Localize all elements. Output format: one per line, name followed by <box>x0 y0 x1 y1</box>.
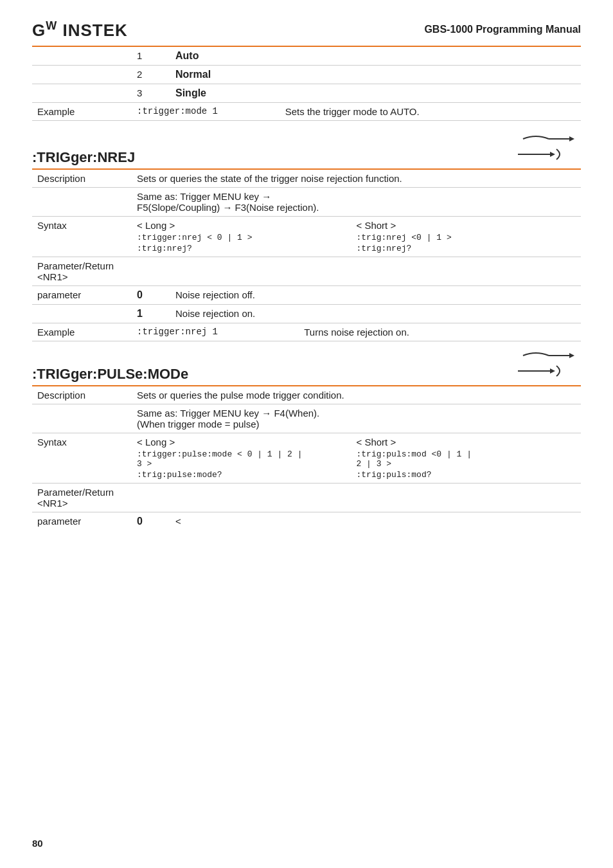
pulse-syntax-content: < Long > :trigger:pulse:mode < 0 | 1 | 2… <box>132 433 581 483</box>
pulse-syntax-label: Syntax <box>32 433 132 483</box>
row-num-2: 2 <box>132 65 170 84</box>
pulse-syntax-long-col: < Long > :trigger:pulse:mode < 0 | 1 | 2… <box>137 437 357 480</box>
syntax-content: < Long > :trigger:nrej < 0 | 1 > :trig:n… <box>132 216 581 257</box>
long-cmd2: :trig:nrej? <box>137 244 357 253</box>
syntax-short-col: < Short > :trig:nrej <0 | 1 > :trig:nrej… <box>357 220 576 253</box>
row-value-1: Auto <box>170 47 280 66</box>
pulse-param-label2-row: parameter 0 < <box>32 512 581 530</box>
pulse-syntax-row: Syntax < Long > :trigger:pulse:mode < 0 … <box>32 433 581 483</box>
svg-marker-1 <box>569 136 574 141</box>
pulse-desc1: Sets or queries the pulse mode trigger c… <box>132 386 581 404</box>
nrej-desc1: Sets or queries the state of the trigger… <box>132 170 581 188</box>
nrej-table: Description Sets or queries the state of… <box>32 170 581 341</box>
empty-right <box>280 65 581 84</box>
arrow-diagram-1 <box>517 131 581 165</box>
pulse-desc-row2: Same as: Trigger MENU key → F4(When).(Wh… <box>32 404 581 433</box>
param-nr1: <NR1> <box>37 271 68 282</box>
header-title: GBS-1000 Programming Manual <box>424 24 581 35</box>
table-row: 2 Normal <box>32 65 581 84</box>
syntax-label: Syntax <box>32 216 132 257</box>
pulse-table: Description Sets or queries the pulse mo… <box>32 386 581 530</box>
pulse-long-label: < Long > <box>137 437 357 448</box>
pulse-param-label2: parameter <box>32 512 132 530</box>
row-num-1: 1 <box>132 47 170 66</box>
pulse-param-nr1: <NR1> <box>37 498 68 509</box>
empty-label <box>32 84 132 102</box>
pulse-heading: :TRIGger:PULSe:MODe <box>32 366 188 383</box>
pulse-section-heading-row: :TRIGger:PULSe:MODe <box>32 348 581 386</box>
logo: GW INSTEK <box>32 19 128 41</box>
nrej-desc-row1: Description Sets or queries the state of… <box>32 170 581 188</box>
empty-label <box>32 65 132 84</box>
short-cmd1: :trig:nrej <0 | 1 > <box>357 233 576 242</box>
row-num-3: 3 <box>132 84 170 102</box>
nrej-param-label2-row: parameter 0 Noise rejection off. <box>32 285 581 304</box>
example-row: Example :trigger:mode 1 Sets the trigger… <box>32 102 581 120</box>
svg-marker-6 <box>569 353 574 358</box>
param-label2-text: parameter <box>37 289 81 300</box>
top-table: 1 Auto 2 Normal 3 Single Exampl <box>32 47 581 121</box>
param-return-label: Parameter/Return <box>37 260 114 271</box>
nrej-desc-row2: Same as: Trigger MENU key →F5(Slope/Coup… <box>32 187 581 216</box>
pulse-short-label: < Short > <box>357 437 576 448</box>
empty-right <box>280 84 581 102</box>
nrej-desc2: Same as: Trigger MENU key →F5(Slope/Coup… <box>132 187 581 216</box>
pulse-short-cmd2: :trig:puls:mod? <box>357 470 576 480</box>
arrow-diagram-2 <box>517 348 581 381</box>
param-desc-0: Noise rejection off. <box>170 285 581 304</box>
syntax-long-col: < Long > :trigger:nrej < 0 | 1 > :trig:n… <box>137 220 357 253</box>
nrej-param-nr1-row: Parameter/Return <NR1> <box>32 257 581 285</box>
example-description: Sets the trigger mode to AUTO. <box>280 102 581 120</box>
short-label: < Short > <box>357 220 576 231</box>
pulse-syntax-short-col: < Short > :trig:puls:mod <0 | 1 |2 | 3 >… <box>357 437 576 480</box>
short-cmd2: :trig:nrej? <box>357 244 576 253</box>
empty <box>32 404 132 433</box>
page-number: 80 <box>32 838 43 849</box>
nrej-example-cmd: :trigger:nrej 1 <box>132 323 299 341</box>
long-label: < Long > <box>137 220 357 231</box>
pulse-desc-row1: Description Sets or queries the pulse mo… <box>32 386 581 404</box>
top-content: 1 Auto 2 Normal 3 Single Exampl <box>32 47 581 530</box>
table-row: 3 Single <box>32 84 581 102</box>
row-value-3: Single <box>170 84 280 102</box>
empty-right <box>280 47 581 66</box>
pulse-param-nr1-row: Parameter/Return <NR1> <box>32 483 581 512</box>
pulse-param-label2-text: parameter <box>37 516 81 527</box>
header: GW INSTEK GBS-1000 Programming Manual <box>32 19 581 41</box>
nrej-syntax-row: Syntax < Long > :trigger:nrej < 0 | 1 > … <box>32 216 581 257</box>
example-label: Example <box>32 102 132 120</box>
empty-nr1 <box>132 257 581 285</box>
nrej-example-row: Example :trigger:nrej 1 Turns noise reje… <box>32 323 581 341</box>
nrej-param-row1: 1 Noise rejection on. <box>32 304 581 323</box>
nrej-example-desc: Turns noise rejection on. <box>299 323 581 341</box>
empty <box>32 187 132 216</box>
param-desc-1: Noise rejection on. <box>170 304 581 323</box>
logo-gw: GW INSTEK <box>32 21 128 40</box>
param-label2: parameter <box>32 285 132 304</box>
param-val-1: 1 <box>132 304 170 323</box>
empty <box>132 483 581 512</box>
page: GW INSTEK GBS-1000 Programming Manual 1 … <box>0 0 613 868</box>
pulse-param-val-0: 0 <box>132 512 170 530</box>
desc-label: Description <box>32 170 132 188</box>
pulse-param-desc-0: < <box>170 512 581 530</box>
nrej-section-heading-row: :TRIGger:NREJ <box>32 131 581 170</box>
row-value-2: Normal <box>170 65 280 84</box>
pulse-param-label: Parameter/Return <NR1> <box>32 483 132 512</box>
pulse-long-cmd1: :trigger:pulse:mode < 0 | 1 | 2 |3 > <box>137 449 357 469</box>
empty <box>32 304 132 323</box>
empty-label <box>32 47 132 66</box>
pulse-desc2: Same as: Trigger MENU key → F4(When).(Wh… <box>132 404 581 433</box>
desc-label-pulse: Description <box>32 386 132 404</box>
long-cmd1: :trigger:nrej < 0 | 1 > <box>137 233 357 242</box>
param-label: Parameter/Return <NR1> <box>32 257 132 285</box>
param-val-0: 0 <box>132 285 170 304</box>
svg-marker-3 <box>550 152 555 157</box>
example-command: :trigger:mode 1 <box>132 102 280 120</box>
table-row: 1 Auto <box>32 47 581 66</box>
example-label2: Example <box>32 323 132 341</box>
pulse-param-return: Parameter/Return <box>37 487 114 498</box>
nrej-heading: :TRIGger:NREJ <box>32 149 135 166</box>
pulse-short-cmd1: :trig:puls:mod <0 | 1 |2 | 3 > <box>357 449 576 469</box>
svg-marker-8 <box>550 368 555 374</box>
